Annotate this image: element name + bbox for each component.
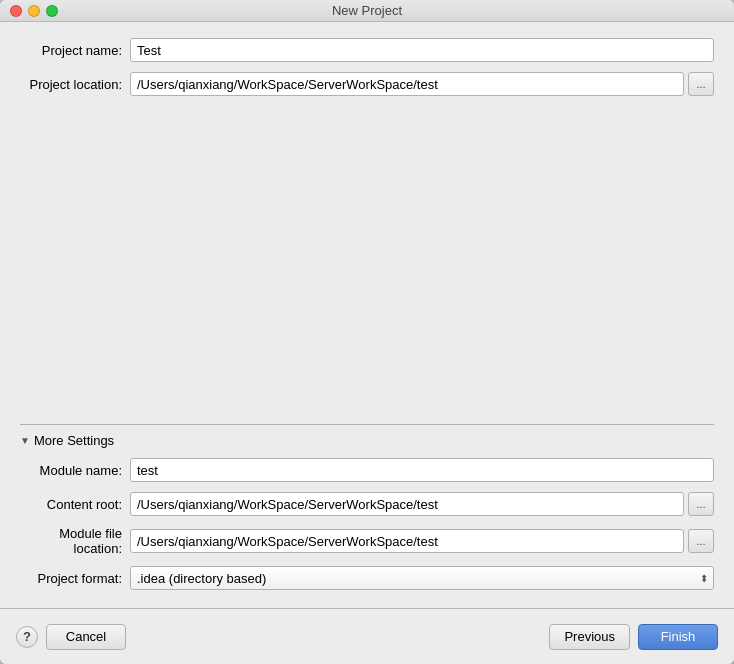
title-bar: New Project [0,0,734,22]
new-project-dialog: New Project Project name: Project locati… [0,0,734,664]
window-controls [10,5,58,17]
project-location-label: Project location: [20,77,130,92]
spacer [20,106,714,424]
more-settings-section: ▼ More Settings Module name: Content roo… [20,424,714,600]
project-name-input[interactable] [130,38,714,62]
close-button[interactable] [10,5,22,17]
help-button[interactable]: ? [16,626,38,648]
project-format-row: Project format: .idea (directory based) … [20,566,714,590]
content-root-browse-button[interactable]: ... [688,492,714,516]
module-file-location-label: Module file location: [20,526,130,556]
module-file-location-browse-button[interactable]: ... [688,529,714,553]
content-root-input[interactable] [130,492,684,516]
footer-left: ? Cancel [16,624,126,650]
maximize-button[interactable] [46,5,58,17]
project-location-field-group: ... [130,72,714,96]
module-file-location-input[interactable] [130,529,684,553]
module-file-location-field-group: ... [130,529,714,553]
cancel-button[interactable]: Cancel [46,624,126,650]
finish-button[interactable]: Finish [638,624,718,650]
window-title: New Project [332,3,402,18]
module-file-location-row: Module file location: ... [20,526,714,556]
chevron-down-icon: ▼ [20,435,30,446]
project-format-select[interactable]: .idea (directory based) .ipr (file based… [130,566,714,590]
content-root-label: Content root: [20,497,130,512]
module-name-input[interactable] [130,458,714,482]
module-name-row: Module name: [20,458,714,482]
more-settings-toggle[interactable]: ▼ More Settings [20,433,714,448]
project-location-input[interactable] [130,72,684,96]
dialog-footer: ? Cancel Previous Finish [0,608,734,664]
project-location-row: Project location: ... [20,72,714,96]
project-name-label: Project name: [20,43,130,58]
more-settings-content: Module name: Content root: ... Module fi… [20,458,714,590]
previous-button[interactable]: Previous [549,624,630,650]
more-settings-label: More Settings [34,433,114,448]
content-root-row: Content root: ... [20,492,714,516]
content-root-field-group: ... [130,492,714,516]
project-name-row: Project name: [20,38,714,62]
project-format-select-wrapper: .idea (directory based) .ipr (file based… [130,566,714,590]
footer-right: Previous Finish [549,624,718,650]
dialog-content: Project name: Project location: ... ▼ Mo… [0,22,734,608]
project-format-label: Project format: [20,571,130,586]
module-name-label: Module name: [20,463,130,478]
project-location-browse-button[interactable]: ... [688,72,714,96]
minimize-button[interactable] [28,5,40,17]
